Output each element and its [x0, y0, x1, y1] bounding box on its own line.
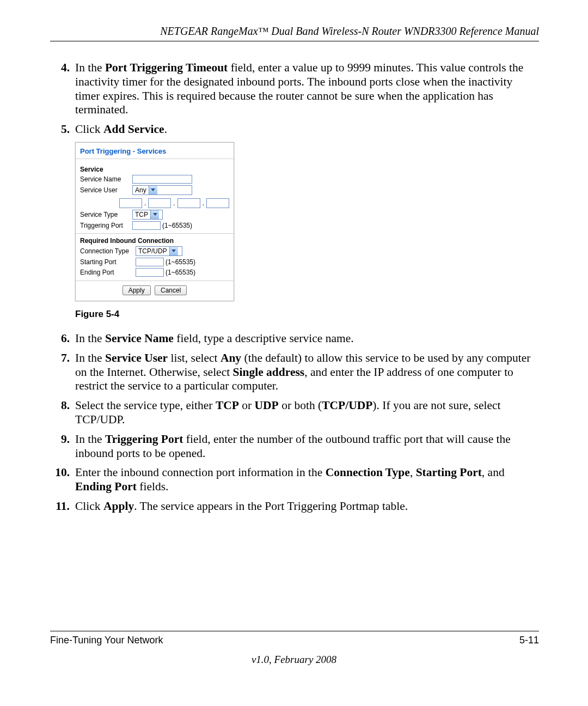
label-service-name: Service Name: [80, 175, 132, 183]
label-service-user: Service User: [80, 186, 132, 194]
ending-port-input[interactable]: [136, 268, 164, 277]
header-rule: [50, 41, 539, 41]
step-body: In the Port Triggering Timeout field, en…: [75, 61, 539, 117]
footer-version: v1.0, February 2008: [0, 654, 588, 666]
range-hint: (1~65535): [166, 269, 195, 276]
section-service: Service: [80, 166, 229, 173]
figure-5-4: Port Triggering - Services Service Servi…: [75, 142, 539, 301]
row-starting-port: Starting Port (1~65535): [80, 258, 229, 266]
ip-octet-3[interactable]: [177, 198, 200, 208]
range-hint: (1~65535): [166, 258, 195, 266]
service-type-select[interactable]: TCP: [132, 210, 163, 220]
step-11: 11. Click Apply. The service appears in …: [50, 500, 539, 514]
row-ip-address: . . .: [80, 197, 229, 208]
section-required-inbound: Required Inbound Connection: [80, 237, 229, 245]
label-ending-port: Ending Port: [80, 269, 136, 276]
label-triggering-port: Triggering Port: [80, 222, 132, 229]
step-number: 5.: [50, 123, 75, 137]
step-6: 6. In the Service Name field, type a des…: [50, 332, 539, 346]
triggering-port-input[interactable]: [132, 221, 161, 230]
row-service-name: Service Name: [80, 175, 229, 184]
connection-type-select[interactable]: TCP/UDP: [136, 246, 182, 256]
chevron-down-icon: [149, 186, 157, 194]
ip-octet-1[interactable]: [119, 198, 142, 208]
figure-caption: Figure 5-4: [75, 309, 539, 320]
footer-pagenum: 5-11: [519, 635, 539, 646]
step-4: 4. In the Port Triggering Timeout field,…: [50, 61, 539, 117]
row-triggering-port: Triggering Port (1~65535): [80, 221, 229, 230]
label-starting-port: Starting Port: [80, 258, 136, 266]
apply-button[interactable]: Apply: [122, 285, 151, 295]
step-10: 10. Enter the inbound connection port in…: [50, 466, 539, 494]
select-value: Any: [133, 186, 149, 194]
ip-octet-4[interactable]: [206, 198, 229, 208]
divider: [76, 233, 234, 234]
step-body: Click Add Service.: [75, 123, 539, 137]
ip-address-input[interactable]: . . .: [119, 198, 229, 208]
row-service-type: Service Type TCP: [80, 210, 229, 220]
dialog-title: Port Triggering - Services: [76, 143, 234, 159]
footer-rule: [50, 631, 539, 631]
row-connection-type: Connection Type TCP/UDP: [80, 246, 229, 256]
step-9: 9. In the Triggering Port field, enter t…: [50, 433, 539, 461]
chevron-down-icon: [150, 210, 159, 219]
footer-section: Fine-Tuning Your Network: [50, 635, 163, 646]
dialog-footer: Apply Cancel: [76, 281, 234, 301]
select-value: TCP/UDP: [136, 247, 169, 255]
range-hint: (1~65535): [162, 222, 192, 229]
step-number: 4.: [50, 61, 75, 75]
row-service-user: Service User Any: [80, 185, 229, 195]
page-header: NETGEAR RangeMax™ Dual Band Wireless-N R…: [50, 25, 539, 41]
ip-octet-2[interactable]: [148, 198, 171, 208]
dialog-port-triggering-services: Port Triggering - Services Service Servi…: [75, 142, 234, 301]
service-name-input[interactable]: [132, 175, 192, 184]
cancel-button[interactable]: Cancel: [155, 285, 187, 295]
step-8: 8. Select the service type, either TCP o…: [50, 399, 539, 427]
starting-port-input[interactable]: [136, 258, 164, 266]
step-7: 7. In the Service User list, select Any …: [50, 351, 539, 393]
label-service-type: Service Type: [80, 211, 132, 218]
manual-title: NETGEAR RangeMax™ Dual Band Wireless-N R…: [160, 25, 539, 37]
select-value: TCP: [133, 211, 150, 218]
label-connection-type: Connection Type: [80, 247, 136, 255]
chevron-down-icon: [169, 247, 178, 255]
page-footer: Fine-Tuning Your Network 5-11: [50, 631, 539, 646]
document-page: NETGEAR RangeMax™ Dual Band Wireless-N R…: [0, 0, 588, 706]
row-ending-port: Ending Port (1~65535): [80, 268, 229, 277]
step-5: 5. Click Add Service.: [50, 123, 539, 137]
service-user-select[interactable]: Any: [132, 185, 192, 195]
